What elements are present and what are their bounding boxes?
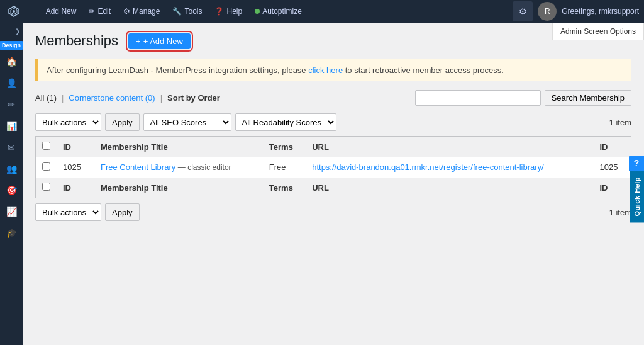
nav-right: ⚙ R Greetings, rmkrsupport [513,1,639,21]
tools-nav-label: Tools [184,7,202,16]
bulk-actions-dropdown-top[interactable]: Bulk actions [36,114,101,130]
edit-nav-label: Edit [97,7,111,16]
help-nav-label: Help [226,7,242,16]
edit-nav-button[interactable]: ✏ Edit [84,4,116,18]
apply-button-bottom[interactable]: Apply [105,203,140,221]
bottom-toolbar: Bulk actions Apply 1 item [35,203,631,221]
page-title-row: Memberships + + Add New [35,33,631,49]
admin-screen-options-label: Admin Screen Options [560,27,636,36]
manage-nav-button[interactable]: ⚙ Manage [118,4,165,18]
col-checkbox [36,137,57,157]
add-new-nav-button[interactable]: + + Add New [28,4,81,18]
design-badge[interactable]: Design [0,41,23,50]
col-id-right-header[interactable]: ID [594,137,631,157]
select-all-footer-checkbox[interactable] [42,183,50,191]
table-row: 1025 Free Content Library — classic edit… [36,157,631,178]
col-footer-checkbox [36,178,57,198]
sidebar-collapse-button[interactable]: ❯ [15,28,23,35]
col-url-header[interactable]: URL [306,137,593,157]
row-checkbox-cell [36,157,57,178]
filter-all[interactable]: All (1) [35,93,57,103]
select-all-checkbox[interactable] [42,142,50,150]
add-new-button-label: + Add New [143,37,183,46]
col-id-header[interactable]: ID [57,137,94,157]
row-url-link[interactable]: https://david-brandon.qa01.rmkr.net/regi… [312,162,544,172]
col-footer-terms[interactable]: Terms [263,178,306,198]
row-url-cell: https://david-brandon.qa01.rmkr.net/regi… [306,157,593,178]
quick-help-q-button[interactable]: ? [629,156,644,171]
autoptimize-nav-button[interactable]: Autoptimize [250,4,307,18]
quick-help-q-label: ? [634,158,640,168]
filter-sep1: | [62,93,64,103]
filter-row: All (1) | Cornerstone content (0) | Sort… [35,90,631,106]
gear-icon: ⚙ [519,6,527,16]
sidebar-item-analytics[interactable]: 📊 [2,116,21,135]
autoptimize-status-dot [255,9,260,14]
row-terms-value: Free [269,162,286,172]
filter-sep2: | [160,93,162,103]
sidebar: ❯ Design 🏠 👤 ✏ 📊 ✉ 👥 🎯 📈 🎓 [0,23,23,345]
row-id-right-cell: 1025 [594,157,631,178]
row-checkbox[interactable] [42,162,50,171]
avatar[interactable]: R [538,2,557,21]
col-footer-url[interactable]: URL [306,178,593,198]
filter-cornerstone-label: Cornerstone content [69,93,143,103]
svg-point-2 [13,10,15,13]
quick-help-container: ? Quick Help [629,156,644,222]
settings-button[interactable]: ⚙ [513,1,533,21]
manage-nav-label: Manage [133,7,160,16]
sidebar-item-target[interactable]: 🎯 [2,181,21,200]
page-title: Memberships [35,33,118,49]
tools-icon: 🔧 [172,7,182,16]
filter-all-label: All [35,93,44,103]
top-toolbar: Bulk actions Apply All SEO Scores All Re… [35,113,631,131]
readability-scores-dropdown[interactable]: All Readability Scores [235,113,336,131]
col-footer-id[interactable]: ID [57,178,94,198]
filter-sort: Sort by Order [167,93,220,103]
notice-text-after: to start retroactive member access proce… [343,65,504,75]
apply-button-top[interactable]: Apply [105,113,140,131]
row-title-cell: Free Content Library — classic editor [94,157,263,178]
search-button[interactable]: Search Membership [545,90,631,106]
greeting-text: Greetings, rmkrsupport [562,7,639,16]
edit-icon: ✏ [89,7,95,16]
search-input[interactable] [415,90,541,106]
admin-screen-options[interactable]: Admin Screen Options [552,23,644,40]
col-title-header[interactable]: Membership Title [94,137,263,157]
bulk-actions-select-bottom[interactable]: Bulk actions [35,203,101,221]
notice-text-before: After configuring LearnDash - MemberPres… [47,65,308,75]
sidebar-item-home[interactable]: 🏠 [2,52,21,71]
sidebar-item-edit[interactable]: ✏ [2,95,21,114]
main-layout: ❯ Design 🏠 👤 ✏ 📊 ✉ 👥 🎯 📈 🎓 Memberships +… [0,23,644,345]
bulk-actions-dropdown-bottom[interactable]: Bulk actions [36,204,101,220]
table-header-row: ID Membership Title Terms URL ID [36,137,631,157]
add-new-button[interactable]: + + Add New [128,33,191,49]
bulk-actions-select-top[interactable]: Bulk actions [35,113,101,131]
autoptimize-nav-label: Autoptimize [262,7,302,16]
sidebar-item-profile[interactable]: 👤 [2,74,21,93]
filter-all-count: (1) [47,93,57,103]
avatar-initial: R [545,7,550,16]
main-content: Memberships + + Add New After configurin… [23,23,644,345]
notice-link[interactable]: click here [308,65,343,75]
filter-cornerstone[interactable]: Cornerstone content (0) [69,93,155,103]
row-terms-cell: Free [263,157,306,178]
notice-banner: After configuring LearnDash - MemberPres… [35,59,631,81]
quick-help-button[interactable]: Quick Help [630,171,644,222]
tools-nav-button[interactable]: 🔧 Tools [167,4,207,18]
col-footer-title[interactable]: Membership Title [94,178,263,198]
sidebar-item-chart[interactable]: 📈 [2,202,21,221]
add-new-nav-label: + Add New [40,7,76,16]
row-editor-label: — classic editor [178,163,231,172]
col-terms-header[interactable]: Terms [263,137,306,157]
sidebar-item-courses[interactable]: 🎓 [2,223,21,242]
top-nav: + + Add New ✏ Edit ⚙ Manage 🔧 Tools ❓ He… [0,0,644,23]
sidebar-item-users[interactable]: 👥 [2,159,21,178]
help-nav-button[interactable]: ❓ Help [209,4,247,18]
col-footer-id-right[interactable]: ID [594,178,631,198]
logo[interactable] [5,3,23,20]
membership-title-link[interactable]: Free Content Library [101,162,175,172]
seo-scores-dropdown[interactable]: All SEO Scores [143,113,231,131]
sidebar-item-email[interactable]: ✉ [2,138,21,157]
help-icon: ❓ [214,7,224,16]
